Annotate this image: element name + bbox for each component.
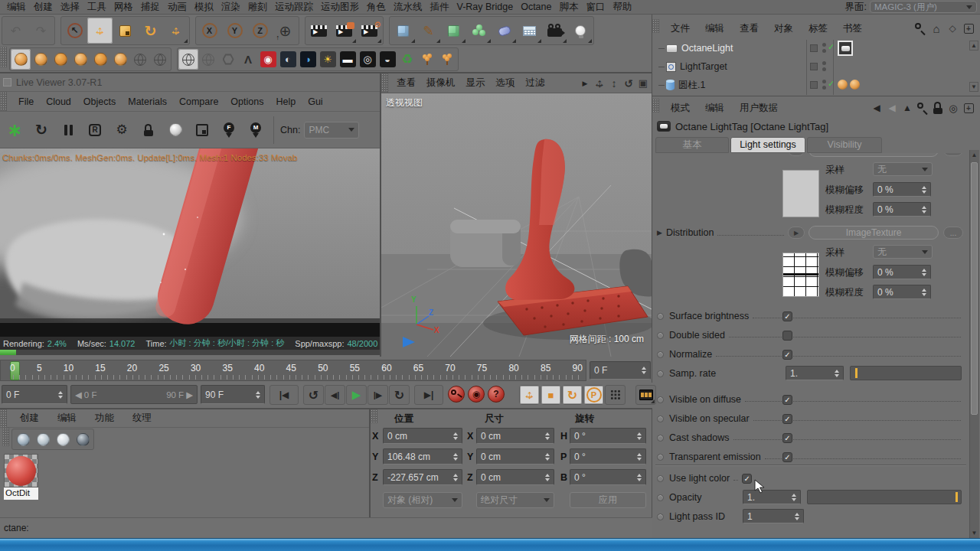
menu-动画[interactable]: 动画 xyxy=(164,1,191,14)
param-checkbox[interactable]: ✓ xyxy=(782,414,792,424)
octane-hdri-environment-button[interactable]: ◐ xyxy=(278,49,298,70)
param-value-field[interactable]: 1. xyxy=(743,490,801,504)
axis-x-lock[interactable]: X xyxy=(197,18,222,44)
lv-menu-Options[interactable]: Options xyxy=(227,96,267,107)
material-picker-button[interactable]: M xyxy=(244,119,267,141)
live-selection-tool[interactable]: ↖ xyxy=(62,18,87,44)
distribution-more-button[interactable]: ... xyxy=(943,227,963,239)
search-icon[interactable] xyxy=(913,21,927,35)
visibility-dot[interactable] xyxy=(822,43,826,47)
lock-icon[interactable] xyxy=(931,101,945,115)
camera-button[interactable] xyxy=(542,18,567,44)
range-end-field[interactable]: 90 F xyxy=(201,385,265,404)
goto-end-button[interactable]: ▶| xyxy=(414,385,443,405)
distribution-section-header[interactable]: ▶Distribution▶ImageTexture... xyxy=(657,225,963,240)
coord-mode-dropdown[interactable]: 对象 (相对) xyxy=(383,492,462,508)
param-checkbox[interactable]: ✓ xyxy=(782,433,792,443)
timeline-tick[interactable]: 30 xyxy=(191,363,201,373)
lv-menu-Materials[interactable]: Materials xyxy=(124,96,171,107)
timeline-tick[interactable]: 55 xyxy=(350,363,360,373)
param-value-field[interactable]: 1. xyxy=(786,366,844,380)
layer-toggle[interactable] xyxy=(810,81,818,89)
goto-start-button[interactable]: |◀ xyxy=(270,385,299,405)
prev-frame-button[interactable]: ◀| xyxy=(325,385,345,405)
play-button[interactable]: ▶ xyxy=(346,385,367,405)
menu-渲染[interactable]: 渲染 xyxy=(217,1,244,14)
menu-创建[interactable]: 创建 xyxy=(30,1,57,14)
add-cube-button[interactable] xyxy=(390,18,416,44)
blur-field[interactable]: 0 % xyxy=(873,202,931,217)
octane-logo-button[interactable]: ∗ xyxy=(3,119,26,141)
preview-range-slider[interactable]: ◀0 F 90 F▶ xyxy=(70,385,198,404)
coord-field-尺寸-Y[interactable]: 0 cm xyxy=(476,448,554,465)
menu-窗口[interactable]: 窗口 xyxy=(582,1,609,14)
keyframe-bullet[interactable] xyxy=(657,416,664,422)
om-menu-查看[interactable]: 查看 xyxy=(736,22,763,35)
om-menu-编辑[interactable]: 编辑 xyxy=(701,22,728,35)
scale-tool[interactable] xyxy=(113,18,138,44)
slider-handle[interactable] xyxy=(855,368,858,378)
pause-render-button[interactable] xyxy=(57,119,80,141)
keyframe-bullet[interactable] xyxy=(657,494,664,501)
octane-material-sphere-1[interactable] xyxy=(11,49,31,70)
menu-编辑[interactable]: 编辑 xyxy=(3,1,30,14)
timeline-tick[interactable]: 50 xyxy=(318,363,328,373)
keyframe-bullet[interactable] xyxy=(657,475,664,482)
spline-pen-button[interactable]: ✎ xyxy=(416,18,441,44)
object-name[interactable]: OctaneLight xyxy=(681,43,733,54)
visibility-dot[interactable] xyxy=(822,86,826,90)
plant-tool-1[interactable] xyxy=(417,49,437,70)
param-value-field[interactable]: 1 xyxy=(743,509,804,523)
timeline-ruler[interactable]: 051015202530354045505560657075808590 xyxy=(0,360,586,381)
axis-y-lock[interactable]: Y xyxy=(222,18,247,44)
taskbar-strip[interactable] xyxy=(0,538,980,551)
lock-resolution-button[interactable] xyxy=(137,119,160,141)
autokey-button[interactable]: ◉ xyxy=(468,386,485,403)
wire-hexagon[interactable] xyxy=(218,49,238,70)
interface-dropdown[interactable]: MAGIC-3 (用户) xyxy=(870,1,977,13)
om-menu-文件[interactable]: 文件 xyxy=(667,22,694,35)
lv-menu-Gui[interactable]: Gui xyxy=(304,96,326,107)
coord-field-位置-Y[interactable]: 106.48 cm xyxy=(383,448,462,465)
octane-texture-environment-button[interactable]: ◑ xyxy=(298,49,318,70)
object-row[interactable]: LightTarget xyxy=(652,57,980,76)
timeline-tick[interactable]: 35 xyxy=(222,363,232,373)
octane-material-sphere-3[interactable] xyxy=(51,49,70,70)
timeline-tick[interactable]: 5 xyxy=(37,363,42,373)
menu-overflow-icon[interactable]: ▶ xyxy=(578,77,592,90)
coord-field-尺寸-Z[interactable]: 0 cm xyxy=(476,469,554,485)
live-viewer-titlebar[interactable]: Live Viewer 3.07-R1 xyxy=(0,73,380,92)
scroll-up-icon[interactable]: ▲ xyxy=(969,41,978,51)
apply-button[interactable]: 应用 xyxy=(570,492,646,508)
zoom-view-icon[interactable]: ↕ xyxy=(607,77,621,90)
am-menu-用户数据[interactable]: 用户数据 xyxy=(736,102,782,115)
object-row[interactable]: 圆柱.1✓ xyxy=(652,76,980,94)
lv-menu-Compare[interactable]: Compare xyxy=(175,96,222,107)
vp-menu-选项[interactable]: 选项 xyxy=(492,77,519,90)
environment-button[interactable] xyxy=(517,18,542,44)
current-frame-field[interactable]: 0 F xyxy=(590,361,651,380)
distribution-preview-swatch[interactable] xyxy=(782,253,819,297)
menu-网格[interactable]: 网格 xyxy=(110,1,137,14)
focus-picker-button[interactable]: F xyxy=(217,119,240,141)
param-checkbox[interactable] xyxy=(782,331,792,341)
expand-arrow-icon[interactable]: ▶ xyxy=(657,229,662,236)
axis-z-lock[interactable]: Z xyxy=(247,18,273,44)
add-subdiv-button[interactable] xyxy=(441,18,466,44)
menu-捕捉[interactable]: 捕捉 xyxy=(137,1,164,14)
viewport-3d-view[interactable]: 透视视图 网格间距 : 100 cm Y Z X xyxy=(381,93,652,357)
timeline-tick[interactable]: 20 xyxy=(127,363,137,373)
timeline-tick[interactable]: 80 xyxy=(508,363,518,373)
blur-field[interactable]: 0 % xyxy=(873,265,931,279)
record-rotation-toggle[interactable]: ↻ xyxy=(562,385,583,405)
last-used-tool[interactable]: ↔↕ xyxy=(163,18,188,44)
keyframe-bullet[interactable] xyxy=(657,514,664,520)
octane-material-sphere-5[interactable] xyxy=(90,49,110,70)
menu-Octane[interactable]: Octane xyxy=(517,2,555,12)
blur-field[interactable]: 0 % xyxy=(873,285,931,299)
mat-menu-功能[interactable]: 功能 xyxy=(91,412,118,425)
filter-icon[interactable]: ◇ xyxy=(946,21,959,35)
timeline-tick[interactable]: 25 xyxy=(158,363,168,373)
param-checkbox[interactable]: ✓ xyxy=(782,452,792,462)
deformer-button[interactable] xyxy=(492,18,517,44)
